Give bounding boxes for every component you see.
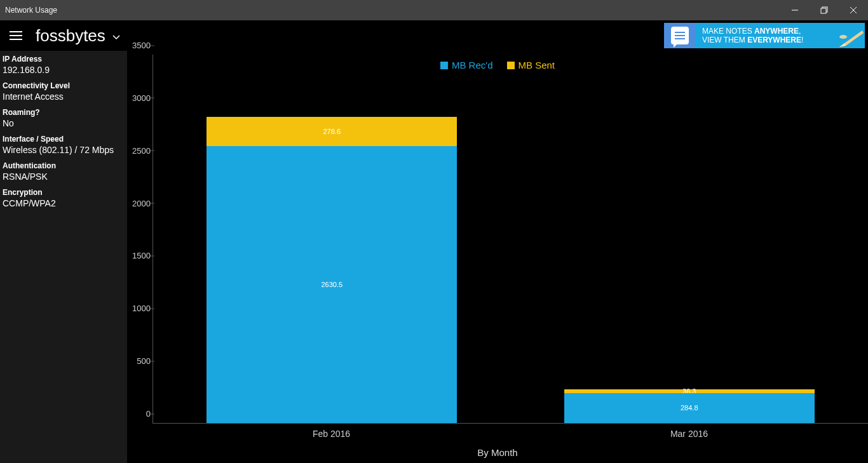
usage-chart: MB Rec'd MB Sent 2630.5278.6284.836.3 05… <box>127 51 868 463</box>
info-ip-address: IP Address 192.168.0.9 <box>3 55 125 75</box>
chart-x-label: Feb 2016 <box>153 429 510 439</box>
chart-bar-stack[interactable]: 284.836.3 <box>564 389 815 423</box>
info-label: Authentication <box>3 161 125 170</box>
info-authentication: Authentication RSNA/PSK <box>3 161 125 182</box>
chevron-down-icon <box>112 26 121 46</box>
info-value: Internet Access <box>3 91 125 102</box>
chart-value-label: 284.8 <box>681 404 698 412</box>
chart-bars: 2630.5278.6284.836.3 <box>153 55 868 423</box>
chart-segment-recd: 2630.5 <box>207 146 457 423</box>
chart-y-tick: 3000 <box>128 93 151 102</box>
chart-value-label: 278.6 <box>323 128 341 135</box>
ad-banner[interactable]: MAKE NOTES ANYWHERE, VIEW THEM EVERYWHER… <box>664 23 865 48</box>
network-info-sidebar: IP Address 192.168.0.9 Connectivity Leve… <box>0 51 127 463</box>
notes-icon <box>664 23 696 48</box>
chart-x-label: Mar 2016 <box>510 429 868 439</box>
pen-icon <box>838 29 864 48</box>
info-value: RSNA/PSK <box>3 171 125 182</box>
chart-y-tick: 3500 <box>128 41 151 50</box>
profile-selector[interactable]: fossbytes <box>36 26 121 46</box>
chart-y-tick: 1000 <box>128 304 151 313</box>
minimize-button[interactable] <box>780 0 810 20</box>
svg-point-10 <box>839 35 847 39</box>
chart-y-tick: 2500 <box>128 145 151 155</box>
info-value: Wireless (802.11) / 72 Mbps <box>3 145 125 155</box>
info-value: No <box>3 118 125 128</box>
chart-x-title: By Month <box>127 447 868 458</box>
info-label: Encryption <box>3 188 125 197</box>
chart-value-label: 2630.5 <box>321 281 342 288</box>
info-label: Connectivity Level <box>3 81 125 90</box>
chart-y-tick: 2000 <box>128 198 151 208</box>
info-value: 192.168.0.9 <box>3 65 125 75</box>
chart-x-labels: Feb 2016Mar 2016 <box>153 429 868 439</box>
chart-plot-area: 2630.5278.6284.836.3 0500100015002000250… <box>153 55 868 424</box>
window-title: Network Usage <box>5 6 57 15</box>
info-roaming: Roaming? No <box>3 108 125 128</box>
chart-bar-slot: 284.836.3 <box>511 55 869 423</box>
chart-segment-sent: 278.6 <box>207 117 457 146</box>
info-value: CCMP/WPA2 <box>3 198 125 208</box>
chart-y-tick: 0 <box>128 409 151 419</box>
svg-rect-2 <box>821 8 826 13</box>
chart-y-tick: 500 <box>128 356 151 366</box>
info-label: Interface / Speed <box>3 135 125 144</box>
chart-y-tick: 1500 <box>128 251 151 260</box>
app-body: IP Address 192.168.0.9 Connectivity Leve… <box>0 51 868 463</box>
window-controls <box>780 0 868 20</box>
chart-segment-recd: 284.8 <box>564 393 815 423</box>
info-label: Roaming? <box>3 108 125 117</box>
info-label: IP Address <box>3 55 125 64</box>
info-encryption: Encryption CCMP/WPA2 <box>3 188 125 208</box>
titlebar: Network Usage <box>0 0 868 20</box>
close-button[interactable] <box>839 0 868 20</box>
info-connectivity-level: Connectivity Level Internet Access <box>3 81 125 102</box>
chart-bar-stack[interactable]: 2630.5278.6 <box>207 117 457 423</box>
maximize-button[interactable] <box>810 0 839 20</box>
app-title-text: fossbytes <box>36 26 105 46</box>
info-interface-speed: Interface / Speed Wireless (802.11) / 72… <box>3 135 125 155</box>
chart-bar-slot: 2630.5278.6 <box>153 55 511 423</box>
hamburger-menu-button[interactable] <box>6 26 25 45</box>
